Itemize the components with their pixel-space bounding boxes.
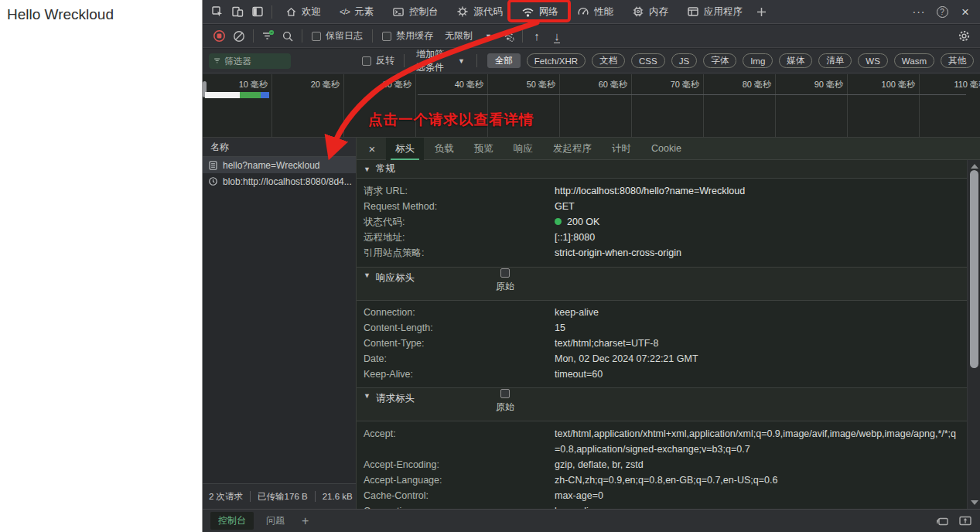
network-settings-button[interactable] — [954, 27, 974, 46]
disable-cache-control[interactable]: 禁用缓存 — [382, 29, 433, 43]
more-filters-dropdown[interactable]: 增加筛选条件 ▼ — [416, 48, 465, 74]
drawer-tab-issues[interactable]: 问题 — [258, 512, 292, 530]
request-name: hello?name=Wreckloud — [223, 160, 320, 171]
drawer-tab-console[interactable]: 控制台 — [210, 512, 254, 530]
invert-filter-control[interactable]: 反转 — [362, 54, 394, 67]
sources-icon — [456, 5, 469, 18]
filter-chip-css[interactable]: CSS — [631, 53, 665, 68]
device-toolbar-button[interactable] — [227, 2, 248, 21]
expand-panel-icon — [958, 515, 972, 527]
tab-memory[interactable]: 内存 — [623, 0, 678, 23]
filter-chip-all[interactable]: 全部 — [487, 53, 521, 68]
filter-chip-fetch-xhr[interactable]: Fetch/XHR — [527, 53, 586, 68]
main-toolbar-right: ··· ? × — [909, 2, 975, 21]
summary-divider — [250, 491, 251, 502]
filter-input[interactable] — [224, 56, 286, 66]
invert-checkbox[interactable] — [362, 56, 371, 66]
header-row: 远程地址: [::1]:8080 — [357, 230, 967, 245]
devtools-main-toolbar: 欢迎 </> 元素 控制台 源代码 网络 — [203, 0, 980, 24]
record-network-log-button[interactable] — [209, 27, 229, 46]
general-section-header[interactable]: ▼ 常规 — [357, 160, 967, 179]
record-icon — [213, 29, 226, 43]
filter-chip-doc[interactable]: 文档 — [592, 53, 625, 68]
filter-toggle-button[interactable] — [258, 27, 278, 46]
scrollbar-thumb[interactable] — [970, 170, 978, 368]
section-title: 常规 — [376, 162, 395, 176]
filter-chip-img[interactable]: Img — [743, 53, 773, 68]
preserve-log-checkbox[interactable] — [312, 32, 321, 41]
scroll-down-arrow[interactable] — [971, 500, 978, 505]
tab-timing[interactable]: 计时 — [603, 138, 640, 160]
filter-chip-font[interactable]: 字体 — [703, 53, 736, 68]
tab-headers[interactable]: 标头 — [386, 138, 424, 160]
tab-application[interactable]: 应用程序 — [678, 0, 752, 23]
request-row-hello[interactable]: hello?name=Wreckloud — [203, 157, 356, 173]
section-title: 请求标头 — [376, 392, 415, 405]
dock-side-icon — [251, 5, 264, 18]
throttling-dropdown[interactable]: 无限制 ▼ — [445, 29, 492, 43]
tab-sources[interactable]: 源代码 — [447, 0, 512, 23]
filter-chip-media[interactable]: 媒体 — [779, 53, 812, 68]
clear-network-log-button[interactable] — [229, 27, 249, 46]
import-har-button[interactable]: ↑ — [527, 27, 547, 46]
preserve-log-control[interactable]: 保留日志 — [312, 29, 363, 43]
tab-payload[interactable]: 负载 — [425, 138, 463, 160]
tab-preview[interactable]: 预览 — [465, 138, 503, 160]
header-value: max-age=0 — [555, 488, 967, 503]
filter-chip-wasm[interactable]: Wasm — [894, 53, 934, 68]
more-tabs-button[interactable] — [752, 2, 772, 21]
request-list-name-header[interactable]: 名称 — [203, 138, 356, 157]
raw-checkbox[interactable] — [500, 389, 510, 398]
header-key: 远程地址: — [364, 230, 555, 245]
header-row: Keep-Alive: timeout=60 — [357, 367, 967, 382]
tab-console[interactable]: 控制台 — [383, 0, 448, 23]
more-options-button[interactable]: ··· — [909, 2, 929, 21]
console-icon — [392, 6, 405, 18]
filter-chip-manifest[interactable]: 清单 — [818, 53, 852, 68]
panel-layout-button[interactable] — [934, 515, 949, 527]
network-overview-timeline[interactable]: 10 毫秒 20 毫秒 30 毫秒 40 毫秒 50 毫秒 60 毫秒 70 毫… — [203, 74, 980, 138]
overview-waterfall-segment — [261, 92, 269, 98]
search-button[interactable] — [278, 27, 298, 46]
plus-icon — [756, 7, 767, 17]
tab-welcome[interactable]: 欢迎 — [276, 0, 330, 23]
close-icon: × — [369, 142, 376, 155]
header-row: 引用站点策略: strict-origin-when-cross-origin — [357, 245, 967, 261]
close-devtools-button[interactable]: × — [955, 2, 975, 21]
filter-chip-js[interactable]: JS — [671, 53, 697, 68]
response-headers-section-header[interactable]: ▼ 响应标头 原始 — [357, 267, 967, 301]
add-drawer-tab-button[interactable]: + — [297, 514, 313, 528]
expand-panel-button[interactable] — [958, 515, 972, 527]
filter-input-box[interactable] — [209, 53, 291, 69]
raw-toggle[interactable]: 原始 — [496, 268, 514, 293]
timeline-tick: 100 毫秒 — [848, 74, 920, 137]
raw-toggle[interactable]: 原始 — [496, 389, 514, 414]
raw-checkbox[interactable] — [500, 268, 510, 278]
tab-response[interactable]: 响应 — [504, 138, 542, 160]
header-row: 状态代码: 200 OK — [357, 214, 967, 230]
header-key: Content-Length: — [364, 320, 555, 336]
dock-panel-button[interactable] — [248, 2, 268, 21]
network-conditions-button[interactable] — [498, 27, 518, 46]
clear-icon — [233, 30, 245, 43]
export-har-button[interactable]: ↓ — [547, 27, 567, 46]
request-name: blob:http://localhost:8080/8d4... — [223, 176, 352, 187]
filter-chip-other[interactable]: 其他 — [941, 53, 974, 68]
filter-chip-ws[interactable]: WS — [858, 53, 888, 68]
inspect-element-button[interactable] — [207, 2, 227, 21]
tab-cookies[interactable]: Cookie — [642, 138, 691, 160]
tab-network[interactable]: 网络 — [512, 0, 568, 23]
request-row-blob[interactable]: blob:http://localhost:8080/8d4... — [203, 173, 356, 189]
header-key: Accept-Encoding: — [364, 457, 555, 472]
tab-performance[interactable]: 性能 — [568, 0, 623, 23]
request-headers-section-header[interactable]: ▼ 请求标头 原始 — [357, 387, 967, 421]
help-button[interactable]: ? — [932, 2, 952, 21]
tab-elements[interactable]: </> 元素 — [330, 0, 383, 23]
throttling-value: 无限制 — [445, 29, 473, 43]
scroll-up-arrow[interactable] — [971, 164, 978, 169]
invert-label: 反转 — [376, 54, 394, 67]
close-details-button[interactable]: × — [363, 140, 381, 157]
tab-initiator[interactable]: 发起程序 — [544, 138, 601, 160]
details-scrollbar[interactable] — [967, 160, 980, 509]
disable-cache-checkbox[interactable] — [382, 32, 391, 41]
